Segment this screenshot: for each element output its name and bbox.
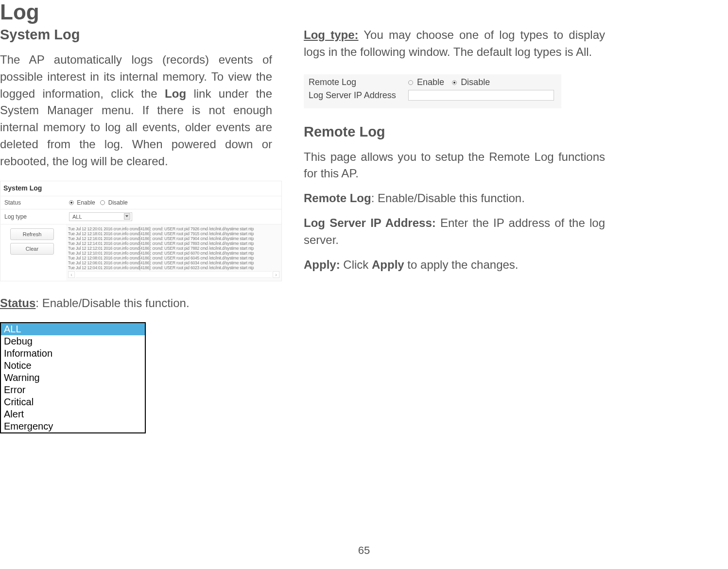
- radio-enable-icon[interactable]: [408, 80, 413, 85]
- remotelog-desc: : Enable/Disable this function.: [371, 191, 525, 205]
- shot-logtype-label: Log type: [0, 210, 66, 223]
- chevron-down-icon: [124, 213, 130, 220]
- section-title-system-log: System Log: [0, 27, 272, 43]
- logtype-dropdown-list[interactable]: ALL Debug Information Notice Warning Err…: [0, 322, 146, 433]
- shot-status-label: Status: [0, 196, 66, 209]
- status-label: Status: [0, 296, 35, 310]
- logserver-paragraph: Log Server IP Address: Enter the IP addr…: [304, 215, 605, 249]
- remote-log-intro: This page allows you to setup the Remote…: [304, 149, 605, 183]
- logtype-paragraph: Log type: You may choose one of log type…: [304, 27, 605, 61]
- system-log-intro: The AP automatically logs (records) even…: [0, 52, 272, 170]
- content-columns: System Log The AP automatically logs (re…: [0, 27, 728, 433]
- shot-enable-label: Enable: [77, 199, 95, 206]
- logtype-option-error[interactable]: Error: [1, 384, 145, 396]
- remotelog-shot-row1: Remote Log Enable Disable: [309, 75, 558, 90]
- log-line: Tue Jul 12 12:06:01 2016 cron.info crond…: [68, 260, 279, 265]
- logtype-option-warning[interactable]: Warning: [1, 372, 145, 384]
- apply-paragraph: Apply: Click Apply to apply the changes.: [304, 257, 605, 274]
- radio-disable-icon[interactable]: [452, 80, 457, 85]
- shot-buttons-area: Refresh Clear: [0, 224, 66, 281]
- remotelog-paragraph: Remote Log: Enable/Disable this function…: [304, 190, 605, 207]
- logtype-option-all[interactable]: ALL: [1, 323, 145, 335]
- system-log-screenshot: System Log Status Enable Disable Log typ…: [0, 181, 282, 281]
- left-column: System Log The AP automatically logs (re…: [0, 27, 287, 433]
- status-paragraph: Status: Enable/Disable this function.: [0, 295, 272, 312]
- remotelog-shot-value1: Enable Disable: [408, 77, 558, 87]
- shot-log-textarea[interactable]: Tue Jul 12 12:20:01 2016 cron.info crond…: [66, 224, 281, 281]
- logtype-option-critical[interactable]: Critical: [1, 396, 145, 408]
- log-line: Tue Jul 12 12:18:01 2016 cron.info crond…: [68, 231, 279, 236]
- log-server-ip-input[interactable]: [408, 90, 554, 101]
- logtype-label: Log type:: [304, 28, 359, 41]
- shot-disable-label: Disable: [108, 199, 128, 206]
- intro-bold-log: Log: [165, 87, 186, 100]
- radio-disable-icon[interactable]: [100, 200, 105, 205]
- shot-header-label: System Log: [0, 181, 281, 196]
- refresh-button[interactable]: Refresh: [10, 228, 54, 240]
- remotelog-label: Remote Log: [304, 191, 371, 205]
- logtype-option-notice[interactable]: Notice: [1, 360, 145, 372]
- logtype-option-alert[interactable]: Alert: [1, 408, 145, 420]
- section-title-remote-log: Remote Log: [304, 124, 605, 140]
- scroll-track[interactable]: [76, 271, 272, 278]
- scroll-right-icon[interactable]: ›: [273, 271, 279, 278]
- shot-status-row: Status Enable Disable: [0, 196, 281, 209]
- clear-button[interactable]: Clear: [10, 243, 54, 255]
- horizontal-scrollbar[interactable]: ‹ ›: [68, 271, 279, 278]
- remotelog-shot-row2: Log Server IP Address: [309, 90, 558, 104]
- shot-logtype-select[interactable]: ALL: [69, 212, 132, 221]
- page-title: Log: [0, 0, 39, 24]
- radio-enable-icon[interactable]: [69, 200, 74, 205]
- remotelog-disable-label: Disable: [461, 77, 490, 87]
- log-line: Tue Jul 12 12:08:01 2016 cron.info crond…: [68, 256, 279, 260]
- shot-status-value: Enable Disable: [66, 196, 281, 209]
- log-line: Tue Jul 12 12:14:01 2016 cron.info crond…: [68, 241, 279, 246]
- log-line: Tue Jul 12 12:16:01 2016 cron.info crond…: [68, 236, 279, 241]
- remotelog-enable-label: Enable: [417, 77, 444, 87]
- shot-log-body: Refresh Clear Tue Jul 12 12:20:01 2016 c…: [0, 224, 281, 281]
- apply-bold: Apply: [372, 258, 404, 271]
- logtype-option-debug[interactable]: Debug: [1, 335, 145, 347]
- shot-logtype-selected: ALL: [72, 214, 82, 220]
- page-number: 65: [358, 544, 370, 557]
- logtype-option-emergency[interactable]: Emergency: [1, 420, 145, 432]
- log-line: Tue Jul 12 12:04:01 2016 cron.info crond…: [68, 265, 279, 270]
- apply-desc1: Click: [340, 258, 372, 271]
- log-line: Tue Jul 12 12:10:01 2016 cron.info crond…: [68, 251, 279, 256]
- shot-logtype-row: Log type ALL: [0, 209, 281, 224]
- remotelog-shot-label1: Remote Log: [309, 77, 408, 87]
- right-column: Log type: You may choose one of log type…: [304, 27, 605, 433]
- log-line: Tue Jul 12 12:12:01 2016 cron.info crond…: [68, 246, 279, 251]
- scroll-left-icon[interactable]: ‹: [68, 271, 75, 278]
- status-desc: : Enable/Disable this function.: [35, 296, 189, 310]
- apply-desc2: to apply the changes.: [404, 258, 519, 271]
- apply-label: Apply:: [304, 258, 340, 271]
- remotelog-shot-label2: Log Server IP Address: [309, 90, 408, 101]
- logserver-label: Log Server IP Address:: [304, 216, 436, 229]
- log-line: Tue Jul 12 12:20:01 2016 cron.info crond…: [68, 226, 279, 231]
- remote-log-screenshot: Remote Log Enable Disable Log Server IP …: [304, 74, 561, 108]
- logtype-option-information[interactable]: Information: [1, 347, 145, 360]
